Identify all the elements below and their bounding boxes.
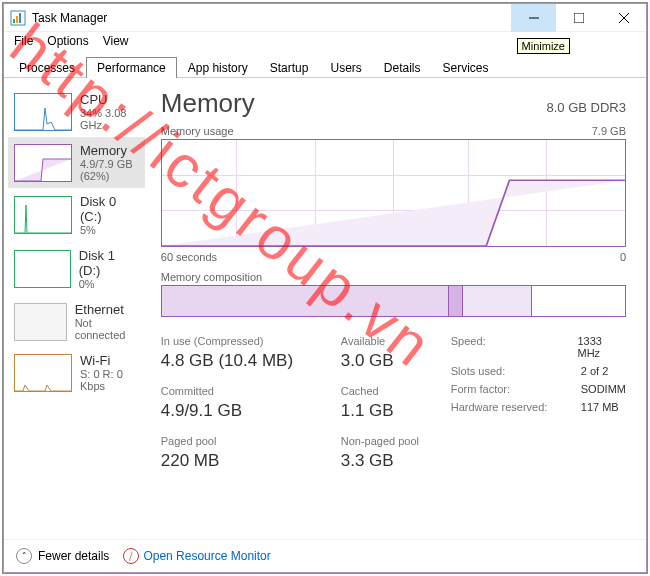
tab-performance[interactable]: Performance <box>86 57 177 78</box>
reserved-value: 117 MB <box>581 401 619 413</box>
speed-label: Speed: <box>451 335 548 359</box>
svg-rect-5 <box>574 13 584 23</box>
form-value: SODIMM <box>581 383 626 395</box>
usage-label: Memory usage <box>161 125 234 137</box>
tab-processes[interactable]: Processes <box>8 57 86 78</box>
cached-value: 1.1 GB <box>341 401 431 421</box>
disk1-sub: 0% <box>79 278 139 290</box>
sidebar-ethernet[interactable]: EthernetNot connected <box>8 296 145 347</box>
cpu-thumb <box>14 93 72 131</box>
menu-file[interactable]: File <box>8 32 39 52</box>
memory-composition-chart <box>161 285 626 317</box>
wifi-thumb <box>14 354 72 392</box>
app-icon <box>10 10 26 26</box>
wifi-label: Wi-Fi <box>80 353 139 368</box>
svg-rect-3 <box>19 13 21 23</box>
committed-value: 4.9/9.1 GB <box>161 401 321 421</box>
disk0-sub: 5% <box>80 224 139 236</box>
time-right: 0 <box>620 251 626 263</box>
tab-startup[interactable]: Startup <box>259 57 320 78</box>
time-left: 60 seconds <box>161 251 217 263</box>
inuse-label: In use (Compressed) <box>161 335 321 347</box>
ethernet-sub: Not connected <box>75 317 139 341</box>
window-title: Task Manager <box>32 11 511 25</box>
page-title: Memory <box>161 88 255 119</box>
tab-apphistory[interactable]: App history <box>177 57 259 78</box>
sidebar-wifi[interactable]: Wi-FiS: 0 R: 0 Kbps <box>8 347 145 398</box>
menu-view[interactable]: View <box>97 32 135 52</box>
memory-capacity: 8.0 GB DDR3 <box>547 100 626 115</box>
tab-details[interactable]: Details <box>373 57 432 78</box>
ethernet-label: Ethernet <box>75 302 139 317</box>
resource-monitor-label: Open Resource Monitor <box>143 549 270 563</box>
maximize-button[interactable] <box>556 4 601 32</box>
sidebar-disk0[interactable]: Disk 0 (C:)5% <box>8 188 145 242</box>
committed-label: Committed <box>161 385 321 397</box>
memory-usage-chart <box>161 139 626 247</box>
disk0-label: Disk 0 (C:) <box>80 194 139 224</box>
nonpaged-value: 3.3 GB <box>341 451 431 471</box>
monitor-icon: ⧸ <box>123 548 139 564</box>
sidebar-memory[interactable]: Memory4.9/7.9 GB (62%) <box>8 137 145 188</box>
nonpaged-label: Non-paged pool <box>341 435 431 447</box>
disk1-label: Disk 1 (D:) <box>79 248 139 278</box>
form-label: Form factor: <box>451 383 551 395</box>
fewer-details-button[interactable]: ˄ Fewer details <box>16 548 109 564</box>
avail-label: Available <box>341 335 431 347</box>
slots-label: Slots used: <box>451 365 551 377</box>
inuse-value: 4.8 GB (10.4 MB) <box>161 351 321 371</box>
minimize-tooltip: Minimize <box>517 38 570 54</box>
cached-label: Cached <box>341 385 431 397</box>
open-resource-monitor-link[interactable]: ⧸ Open Resource Monitor <box>123 548 270 564</box>
paged-label: Paged pool <box>161 435 321 447</box>
svg-rect-1 <box>13 19 15 23</box>
cpu-sub: 34% 3.08 GHz <box>80 107 139 131</box>
menu-options[interactable]: Options <box>41 32 94 52</box>
memory-sub: 4.9/7.9 GB (62%) <box>80 158 139 182</box>
chevron-up-icon: ˄ <box>16 548 32 564</box>
memory-label: Memory <box>80 143 139 158</box>
slots-value: 2 of 2 <box>581 365 609 377</box>
reserved-label: Hardware reserved: <box>451 401 551 413</box>
fewer-details-label: Fewer details <box>38 549 109 563</box>
minimize-button[interactable] <box>511 4 556 32</box>
paged-value: 220 MB <box>161 451 321 471</box>
tab-users[interactable]: Users <box>319 57 372 78</box>
usage-max: 7.9 GB <box>592 125 626 137</box>
ethernet-thumb <box>14 303 67 341</box>
sidebar-disk1[interactable]: Disk 1 (D:)0% <box>8 242 145 296</box>
close-button[interactable] <box>601 4 646 32</box>
memory-thumb <box>14 144 72 182</box>
disk0-thumb <box>14 196 72 234</box>
comp-label: Memory composition <box>161 271 262 283</box>
avail-value: 3.0 GB <box>341 351 431 371</box>
sidebar-cpu[interactable]: CPU34% 3.08 GHz <box>8 86 145 137</box>
svg-rect-2 <box>16 16 18 23</box>
disk1-thumb <box>14 250 71 288</box>
tab-services[interactable]: Services <box>432 57 500 78</box>
cpu-label: CPU <box>80 92 139 107</box>
speed-value: 1333 MHz <box>578 335 627 359</box>
wifi-sub: S: 0 R: 0 Kbps <box>80 368 139 392</box>
